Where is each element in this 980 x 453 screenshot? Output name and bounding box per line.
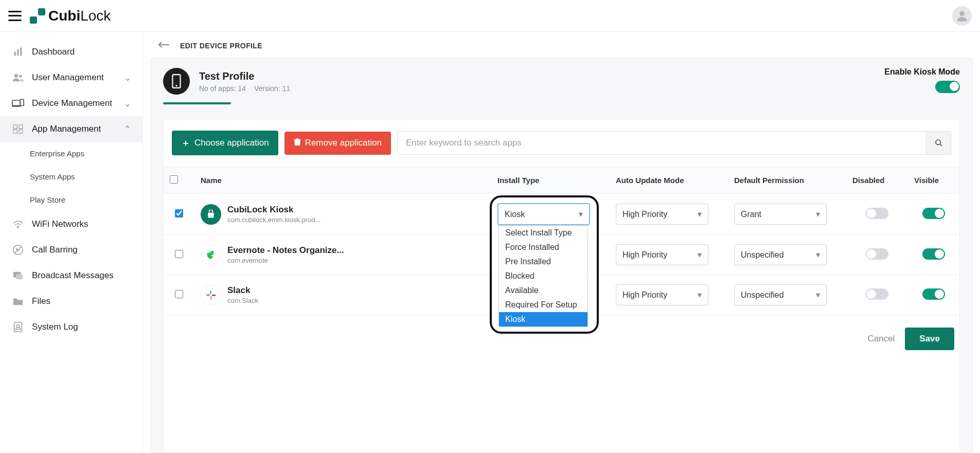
disabled-toggle[interactable]: [866, 248, 888, 260]
sidebar-item-user-management[interactable]: User Management ⌄: [0, 65, 142, 90]
caret-down-icon: ▾: [698, 290, 702, 300]
back-arrow-icon[interactable]: [158, 41, 170, 50]
visible-toggle[interactable]: [922, 248, 945, 260]
sidebar-sub-system-apps[interactable]: System Apps: [0, 165, 142, 188]
caret-down-icon: ▾: [816, 250, 820, 260]
app-icon-evernote: [201, 245, 221, 265]
caret-down-icon: ▾: [816, 290, 820, 300]
svg-point-0: [959, 11, 964, 15]
sidebar-item-broadcast[interactable]: Broadcast Messages: [0, 263, 142, 288]
svg-rect-22: [210, 290, 211, 294]
sidebar-sub-play-store[interactable]: Play Store: [0, 188, 142, 211]
svg-point-20: [936, 140, 940, 144]
search-input[interactable]: [397, 131, 926, 155]
permission-dropdown[interactable]: Grant ▾: [734, 204, 827, 225]
auto-update-dropdown[interactable]: High Priority ▾: [616, 284, 708, 305]
col-update: Auto Update Mode: [610, 167, 728, 194]
col-perm: Default Permission: [728, 167, 846, 194]
visible-toggle[interactable]: [922, 208, 945, 219]
sidebar-item-label: WiFi Networks: [32, 219, 88, 229]
sidebar-item-app-management[interactable]: App Management ⌃: [0, 116, 142, 142]
svg-point-5: [19, 75, 22, 78]
app-package: com.cubilock.emm.kiosk.prod...: [227, 216, 320, 224]
logo[interactable]: CubiLock: [30, 8, 111, 24]
sidebar-item-dashboard[interactable]: Dashboard: [0, 39, 142, 65]
caret-down-icon: ▾: [698, 209, 702, 219]
svg-point-19: [175, 85, 177, 86]
install-option[interactable]: Blocked: [499, 269, 587, 283]
profile-apps-count: No of apps: 14: [199, 84, 246, 93]
permission-dropdown[interactable]: Unspecified ▾: [734, 244, 827, 265]
svg-point-4: [14, 74, 18, 78]
install-option[interactable]: Force Installed: [499, 240, 587, 255]
sidebar-item-label: System Log: [32, 322, 78, 332]
app-package: com.Slack: [227, 297, 258, 304]
svg-rect-25: [212, 295, 216, 296]
visible-toggle[interactable]: [922, 288, 945, 300]
apps-panel: ＋ Choose application Remove application: [163, 119, 960, 452]
breadcrumb: EDIT DEVICE PROFILE: [180, 42, 262, 50]
caret-down-icon: ▾: [579, 209, 583, 219]
select-all-checkbox[interactable]: [170, 175, 178, 184]
app-name: CubiLock Kiosk: [227, 205, 320, 215]
users-icon: [11, 72, 25, 83]
disabled-toggle[interactable]: [866, 208, 888, 219]
search-button[interactable]: [926, 131, 951, 155]
chat-icon: [11, 270, 25, 281]
active-tab-indicator: [163, 102, 231, 104]
auto-update-dropdown[interactable]: High Priority ▾: [616, 244, 708, 265]
save-button[interactable]: Save: [905, 328, 954, 350]
profile-card: Test Profile No of apps: 14 Version: 11 …: [150, 58, 973, 453]
plus-icon: ＋: [181, 137, 190, 149]
folder-icon: [11, 296, 25, 307]
row-checkbox[interactable]: [175, 250, 183, 258]
row-checkbox[interactable]: [175, 209, 183, 218]
sidebar-item-wifi[interactable]: WiFi Networks: [0, 211, 142, 237]
sidebar-item-label: Broadcast Messages: [32, 270, 114, 281]
app-icon-slack: [201, 285, 221, 305]
permission-dropdown[interactable]: Unspecified ▾: [734, 284, 827, 305]
choose-application-button[interactable]: ＋ Choose application: [172, 131, 278, 155]
chevron-up-icon: ⌃: [124, 124, 131, 135]
svg-rect-9: [19, 125, 23, 129]
logo-text-b: Lock: [80, 8, 111, 24]
svg-rect-10: [13, 130, 17, 133]
sidebar-item-system-log[interactable]: System Log: [0, 314, 142, 340]
install-option[interactable]: Select Install Type: [499, 226, 587, 240]
kiosk-mode-toggle[interactable]: [935, 81, 960, 93]
install-type-dropdown[interactable]: Kiosk ▾ Select Install Type Force Instal…: [497, 203, 590, 225]
sidebar-item-label: Dashboard: [32, 47, 75, 57]
disabled-toggle[interactable]: [866, 288, 888, 300]
sidebar-sub-enterprise-apps[interactable]: Enterprise Apps: [0, 142, 142, 165]
col-visible: Visible: [908, 167, 959, 194]
app-icon-cubilock: [201, 204, 221, 225]
app-package: com.evernote: [227, 257, 341, 264]
avatar[interactable]: [952, 6, 972, 26]
sidebar-item-label: Files: [32, 296, 50, 306]
sidebar-item-files[interactable]: Files: [0, 288, 142, 314]
row-checkbox[interactable]: [175, 290, 183, 298]
hamburger-menu-icon[interactable]: [8, 11, 22, 21]
install-type-menu: Select Install Type Force Installed Pre …: [498, 225, 588, 327]
install-option[interactable]: Required For Setup: [499, 298, 587, 312]
apps-table: Name Install Type Auto Update Mode Defau…: [164, 167, 959, 315]
install-option-selected[interactable]: Kiosk: [499, 312, 587, 327]
log-icon: [11, 321, 25, 333]
remove-application-button[interactable]: Remove application: [284, 132, 391, 155]
sidebar-item-device-management[interactable]: Device Management ⌄: [0, 90, 142, 116]
auto-update-dropdown[interactable]: High Priority ▾: [616, 204, 708, 225]
col-disabled: Disabled: [846, 167, 908, 194]
svg-rect-6: [12, 100, 20, 105]
svg-rect-7: [20, 99, 24, 105]
cancel-button[interactable]: Cancel: [867, 334, 895, 344]
sidebar-item-label: App Management: [32, 124, 101, 134]
install-option[interactable]: Available: [499, 283, 587, 298]
svg-rect-24: [210, 296, 212, 299]
sidebar-item-label: Device Management: [32, 98, 112, 108]
svg-point-17: [16, 324, 19, 327]
table-row: CubiLock Kiosk com.cubilock.emm.kiosk.pr…: [164, 194, 959, 235]
install-option[interactable]: Pre Installed: [499, 255, 587, 269]
logo-text-a: Cubi: [48, 8, 80, 24]
sidebar-item-call-barring[interactable]: Call Barring: [0, 237, 142, 263]
apps-icon: [11, 123, 25, 135]
